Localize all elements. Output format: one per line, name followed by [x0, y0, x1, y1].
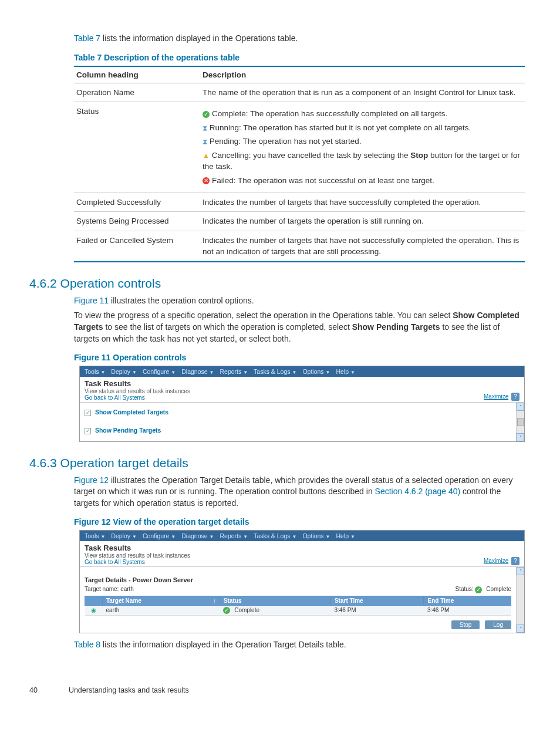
th-description: Description — [200, 66, 525, 83]
menu-options[interactable]: Options ▼ — [302, 368, 330, 375]
chapter-title: Understanding tasks and task results — [69, 686, 189, 694]
sec462-p2a: To view the progress of a specific opera… — [74, 310, 453, 320]
th-start-time: Start Time — [330, 596, 424, 605]
th-end-time: End Time — [424, 596, 511, 605]
task-results-title: Task Results — [85, 544, 190, 552]
sec463-p1: Figure 12 illustrates the Operation Targ… — [74, 475, 525, 509]
stop-button[interactable]: Stop — [451, 620, 480, 629]
menu-taskslogs[interactable]: Tasks & Logs ▼ — [254, 532, 296, 539]
all-systems-link[interactable]: All Systems — [114, 394, 145, 401]
menu-tools[interactable]: Tools ▼ — [85, 368, 105, 375]
scroll-down-icon[interactable]: ˅ — [517, 433, 524, 441]
checkbox-completed[interactable]: ✓ — [85, 410, 91, 416]
th-column-heading: Column heading — [74, 66, 200, 83]
status-complete: Complete: The operation has successfully… — [212, 109, 447, 118]
row-completed-desc: Indicates the number of targets that hav… — [200, 193, 525, 212]
th-status: Status — [220, 596, 330, 605]
menu-options[interactable]: Options ▼ — [302, 532, 330, 539]
cell-name: earth — [103, 605, 220, 615]
log-button[interactable]: Log — [485, 620, 511, 629]
task-results-subtitle: View status and results of task instance… — [85, 388, 190, 394]
maximize-link[interactable]: Maximize — [484, 393, 508, 400]
radio-icon[interactable]: ◉ — [91, 607, 96, 613]
row-completed-col: Completed Successfully — [74, 193, 200, 212]
th-target-name: Target Name ↑ — [103, 596, 220, 605]
page-footer: 40 Understanding tasks and task results — [29, 686, 525, 694]
table7-caption: Table 7 Description of the operations ta… — [74, 53, 525, 62]
sec462-p2d: Show Pending Targets — [352, 322, 440, 332]
cell-end: 3:46 PM — [424, 605, 511, 615]
maximize-link[interactable]: Maximize — [484, 558, 508, 564]
row-opname-col: Operation Name — [74, 83, 200, 102]
scrollbar[interactable]: ˄ ˅ — [516, 403, 524, 441]
task-results-title: Task Results — [85, 379, 190, 388]
complete-icon: ✓ — [203, 111, 210, 118]
menu-configure[interactable]: Configure ▼ — [143, 532, 176, 539]
status-display: Status: ✓ Complete — [456, 586, 512, 593]
status-pending: Pending: The operation has not yet start… — [210, 137, 362, 146]
all-systems-link[interactable]: All Systems — [114, 559, 145, 565]
operations-description-table: Column heading Description Operation Nam… — [74, 66, 525, 262]
show-completed-label[interactable]: Show Completed Targets — [95, 409, 168, 416]
section-462-heading: 4.6.2 Operation controls — [29, 276, 525, 291]
sec462-p1: Figure 11 illustrates the operation cont… — [74, 295, 525, 307]
menu-diagnose[interactable]: Diagnose ▼ — [181, 368, 214, 375]
row-status-desc: ✓Complete: The operation has successfull… — [200, 102, 525, 193]
scroll-up-icon[interactable]: ˄ — [517, 403, 524, 411]
menu-tools[interactable]: Tools ▼ — [85, 532, 105, 539]
task-results-subtitle: View status and results of task instance… — [85, 552, 190, 559]
menu-help[interactable]: Help ▼ — [336, 532, 355, 539]
complete-icon: ✓ — [223, 607, 230, 614]
menu-reports[interactable]: Reports ▼ — [220, 532, 248, 539]
hourglass-icon: ⧗ — [203, 124, 207, 132]
checkbox-pending[interactable]: ✓ — [85, 428, 91, 434]
target-details-table: Target Name ↑ Status Start Time End Time… — [85, 596, 511, 616]
menu-taskslogs[interactable]: Tasks & Logs ▼ — [254, 368, 296, 375]
fail-icon: ✕ — [203, 177, 210, 184]
go-back-line: Go back to All Systems — [85, 394, 190, 401]
help-icon[interactable]: ? — [511, 557, 519, 565]
outro-text: lists the information displayed in the O… — [100, 640, 346, 649]
help-icon[interactable]: ? — [511, 393, 519, 401]
section462-link[interactable]: Section 4.6.2 (page 40) — [375, 487, 461, 496]
menu-deploy[interactable]: Deploy ▼ — [111, 368, 137, 375]
target-details-title: Target Details - Power Down Server — [85, 576, 511, 583]
menu-bar: Tools ▼ Deploy ▼ Configure ▼ Diagnose ▼ … — [80, 366, 524, 377]
scroll-up-icon[interactable]: ˄ — [517, 567, 524, 575]
status-cancel-bold: Stop — [410, 151, 428, 160]
row-opname-desc: The name of the operation that is run as… — [200, 83, 525, 102]
table7-link[interactable]: Table 7 — [74, 33, 100, 43]
menu-reports[interactable]: Reports ▼ — [220, 368, 248, 375]
menu-deploy[interactable]: Deploy ▼ — [111, 532, 137, 539]
table-row[interactable]: ◉ earth ✓ Complete 3:46 PM 3:46 PM — [85, 605, 511, 615]
page-number: 40 — [29, 686, 38, 694]
sec462-p2c: to see the list of targets on which the … — [103, 322, 352, 332]
figure11-link[interactable]: Figure 11 — [74, 296, 109, 305]
outro-paragraph: Table 8 lists the information displayed … — [74, 639, 525, 651]
figure11-screenshot: Tools ▼ Deploy ▼ Configure ▼ Diagnose ▼ … — [79, 366, 525, 441]
scroll-thumb[interactable] — [517, 418, 524, 426]
warning-icon: ▲ — [203, 151, 210, 160]
scroll-down-icon[interactable]: ˅ — [517, 625, 524, 633]
cell-status: ✓ Complete — [220, 605, 330, 615]
scrollbar[interactable]: ˄ ˅ — [516, 567, 524, 633]
figure12-link[interactable]: Figure 12 — [74, 475, 109, 485]
table8-link[interactable]: Table 8 — [74, 640, 100, 649]
section-463-heading: 4.6.3 Operation target details — [29, 456, 525, 470]
figure12-screenshot: Tools ▼ Deploy ▼ Configure ▼ Diagnose ▼ … — [79, 530, 525, 633]
row-status-col: Status — [74, 102, 200, 193]
sec462-p1-rest: illustrates the operation control option… — [109, 296, 254, 305]
intro-paragraph: Table 7 lists the information displayed … — [74, 33, 525, 45]
hourglass-icon: ⧗ — [203, 137, 207, 146]
show-pending-label[interactable]: Show Pending Targets — [95, 427, 161, 434]
sec462-p2: To view the progress of a specific opera… — [74, 310, 525, 345]
row-processed-desc: Indicates the number of targets the oper… — [200, 212, 525, 231]
menu-configure[interactable]: Configure ▼ — [143, 368, 176, 375]
status-running: Running: The operation has started but i… — [210, 123, 471, 132]
target-name-label: Target name: earth — [85, 586, 134, 593]
figure11-caption: Figure 11 Operation controls — [74, 353, 525, 362]
figure12-caption: Figure 12 View of the operation target d… — [74, 517, 525, 526]
row-failed-col: Failed or Cancelled System — [74, 231, 200, 262]
menu-help[interactable]: Help ▼ — [336, 368, 355, 375]
menu-diagnose[interactable]: Diagnose ▼ — [181, 532, 214, 539]
